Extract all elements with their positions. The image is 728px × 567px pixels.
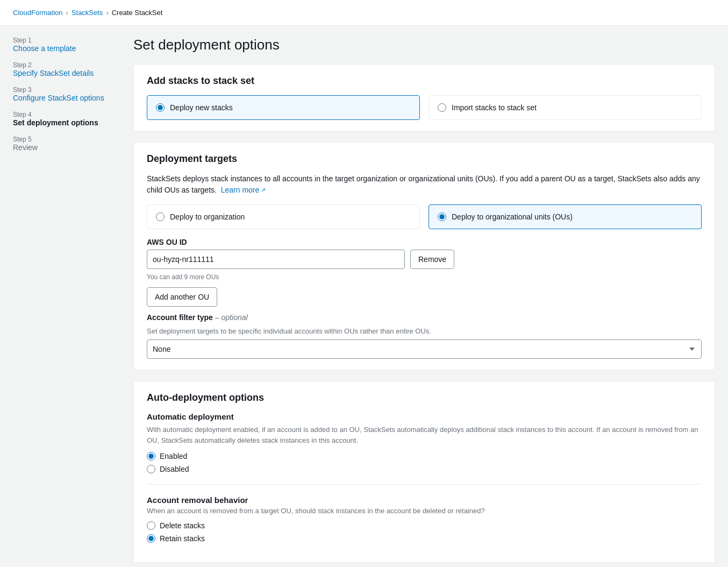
radio-auto-disabled[interactable] — [147, 465, 155, 473]
add-stacks-title: Add stacks to stack set — [147, 75, 702, 87]
removal-radio-stack: Delete stacks Retain stacks — [147, 521, 702, 543]
account-removal-title: Account removal behavior — [147, 495, 702, 505]
step3-title[interactable]: Configure StackSet options — [13, 94, 120, 102]
option-deploy-new[interactable]: Deploy new stacks — [147, 95, 420, 120]
radio-enabled-row[interactable]: Enabled — [147, 452, 702, 460]
enabled-label: Enabled — [160, 452, 187, 460]
ou-hint: You can add 9 more OUs — [147, 273, 702, 281]
ou-input-row: ou-hyzq-nr111111 Remove — [147, 250, 702, 269]
step4-label: Step 4 — [13, 111, 120, 118]
aws-ou-id-label: AWS OU ID — [147, 238, 702, 246]
main-content: Set deployment options Add stacks to sta… — [133, 37, 715, 567]
radio-delete-stacks-row[interactable]: Delete stacks — [147, 521, 702, 530]
breadcrumb-cloudformation[interactable]: CloudFormation — [13, 9, 63, 17]
sidebar-item-step2: Step 2 Specify StackSet details — [13, 61, 120, 77]
sidebar-item-step5: Step 5 Review — [13, 136, 120, 152]
radio-retain-stacks-row[interactable]: Retain stacks — [147, 534, 702, 543]
radio-deploy-new[interactable] — [156, 103, 165, 112]
radio-disabled-row[interactable]: Disabled — [147, 465, 702, 473]
radio-import[interactable] — [438, 103, 446, 112]
auto-deploy-radio-stack: Enabled Disabled — [147, 452, 702, 473]
account-filter-label: Account filter type — [147, 313, 213, 322]
sidebar-item-step1: Step 1 Choose a template — [13, 37, 120, 53]
learn-more-link[interactable]: Learn more ↗ — [221, 185, 266, 196]
add-another-ou-button[interactable]: Add another OU — [147, 287, 217, 307]
breadcrumb-stacksets[interactable]: StackSets — [72, 9, 103, 17]
delete-stacks-label: Delete stacks — [160, 521, 205, 530]
import-label: Import stacks to stack set — [452, 103, 537, 112]
auto-deployment-card: Auto-deployment options Automatic deploy… — [133, 381, 715, 563]
sidebar-item-step3: Step 3 Configure StackSet options — [13, 86, 120, 102]
account-filter-desc: Set deployment targets to be specific in… — [147, 327, 702, 335]
radio-deploy-org[interactable] — [156, 212, 165, 221]
account-removal-section: Account removal behavior When an account… — [147, 495, 702, 543]
option-import[interactable]: Import stacks to stack set — [429, 95, 702, 120]
step1-title[interactable]: Choose a template — [13, 44, 120, 53]
radio-retain-stacks[interactable] — [147, 534, 155, 543]
account-filter-select[interactable]: None Union Intersection Difference — [147, 339, 702, 359]
step5-label: Step 5 — [13, 136, 120, 143]
deploy-ou-label: Deploy to organizational units (OUs) — [452, 212, 573, 221]
step4-title: Set deployment options — [13, 118, 120, 127]
auto-deployment-card-title: Auto-deployment options — [147, 392, 702, 403]
ou-section: AWS OU ID ou-hyzq-nr111111 Remove You ca… — [147, 238, 702, 359]
step1-label: Step 1 — [13, 37, 120, 44]
page-title: Set deployment options — [133, 37, 715, 53]
deployment-target-options: Deploy to organization Deploy to organiz… — [147, 204, 702, 229]
radio-auto-enabled[interactable] — [147, 452, 155, 460]
section-divider — [147, 484, 702, 485]
account-removal-desc: When an account is removed from a target… — [147, 507, 702, 515]
auto-deploy-section: Automatic deployment With automatic depl… — [147, 412, 702, 473]
deployment-targets-card: Deployment targets StackSets deploys sta… — [133, 142, 715, 370]
deployment-targets-desc: StackSets deploys stack instances to all… — [147, 173, 702, 196]
sidebar-item-step4: Step 4 Set deployment options — [13, 111, 120, 127]
add-stacks-options: Deploy new stacks Import stacks to stack… — [147, 95, 702, 120]
automatic-deployment-desc: With automatic deployment enabled, if an… — [147, 424, 702, 445]
step3-label: Step 3 — [13, 86, 120, 94]
automatic-deployment-title: Automatic deployment — [147, 412, 702, 421]
breadcrumb-current: Create StackSet — [112, 9, 163, 17]
ou-id-input[interactable]: ou-hyzq-nr111111 — [147, 250, 405, 269]
radio-delete-stacks[interactable] — [147, 521, 155, 530]
sidebar: Step 1 Choose a template Step 2 Specify … — [13, 37, 120, 567]
add-stacks-card: Add stacks to stack set Deploy new stack… — [133, 64, 715, 131]
deploy-org-label: Deploy to organization — [170, 212, 245, 221]
deploy-new-label: Deploy new stacks — [170, 103, 233, 112]
breadcrumb-sep-2: › — [106, 9, 108, 17]
breadcrumb: CloudFormation › StackSets › Create Stac… — [0, 0, 728, 26]
external-link-icon: ↗ — [261, 186, 266, 195]
account-filter-optional: – optional — [215, 313, 248, 322]
step2-label: Step 2 — [13, 61, 120, 69]
radio-deploy-ou[interactable] — [438, 212, 446, 221]
option-deploy-org[interactable]: Deploy to organization — [147, 204, 420, 229]
remove-ou-button[interactable]: Remove — [410, 250, 454, 269]
account-filter-label-row: Account filter type – optional — [147, 313, 702, 325]
deployment-targets-title: Deployment targets — [147, 153, 702, 165]
main-layout: Step 1 Choose a template Step 2 Specify … — [0, 26, 728, 567]
step2-title[interactable]: Specify StackSet details — [13, 69, 120, 77]
step5-title: Review — [13, 143, 120, 152]
retain-stacks-label: Retain stacks — [160, 534, 205, 543]
option-deploy-ou[interactable]: Deploy to organizational units (OUs) — [429, 204, 702, 229]
disabled-label: Disabled — [160, 465, 189, 473]
breadcrumb-sep-1: › — [66, 9, 68, 17]
